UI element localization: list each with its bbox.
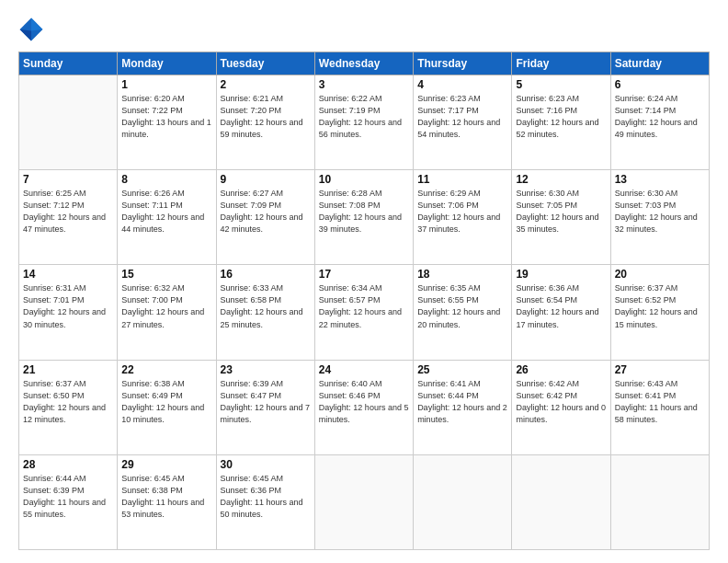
calendar-cell: 22Sunrise: 6:38 AM Sunset: 6:49 PM Dayli… bbox=[118, 360, 216, 454]
day-number: 9 bbox=[221, 173, 311, 186]
calendar-cell: 11Sunrise: 6:29 AM Sunset: 7:06 PM Dayli… bbox=[414, 170, 512, 265]
day-number: 15 bbox=[121, 268, 211, 281]
day-info: Sunrise: 6:43 AM Sunset: 6:41 PM Dayligh… bbox=[615, 378, 705, 426]
calendar-cell: 30Sunrise: 6:45 AM Sunset: 6:36 PM Dayli… bbox=[216, 454, 314, 549]
weekday-header-sunday: Sunday bbox=[19, 52, 118, 75]
day-info: Sunrise: 6:24 AM Sunset: 7:14 PM Dayligh… bbox=[615, 93, 705, 141]
calendar-cell: 5Sunrise: 6:23 AM Sunset: 7:16 PM Daylig… bbox=[512, 75, 610, 170]
day-info: Sunrise: 6:35 AM Sunset: 6:55 PM Dayligh… bbox=[417, 282, 507, 330]
page: SundayMondayTuesdayWednesdayThursdayFrid… bbox=[0, 0, 728, 563]
logo-icon bbox=[18, 17, 44, 42]
day-info: Sunrise: 6:34 AM Sunset: 6:57 PM Dayligh… bbox=[319, 282, 409, 330]
day-info: Sunrise: 6:31 AM Sunset: 7:01 PM Dayligh… bbox=[23, 282, 113, 330]
day-info: Sunrise: 6:40 AM Sunset: 6:46 PM Dayligh… bbox=[319, 378, 409, 426]
day-info: Sunrise: 6:30 AM Sunset: 7:05 PM Dayligh… bbox=[516, 188, 606, 236]
day-info: Sunrise: 6:38 AM Sunset: 6:49 PM Dayligh… bbox=[121, 378, 211, 426]
calendar-cell: 26Sunrise: 6:42 AM Sunset: 6:42 PM Dayli… bbox=[512, 360, 610, 454]
day-number: 30 bbox=[221, 458, 311, 471]
day-number: 11 bbox=[417, 173, 507, 186]
day-number: 29 bbox=[121, 458, 211, 471]
calendar-cell: 20Sunrise: 6:37 AM Sunset: 6:52 PM Dayli… bbox=[610, 265, 709, 360]
day-number: 14 bbox=[23, 268, 113, 281]
day-info: Sunrise: 6:30 AM Sunset: 7:03 PM Dayligh… bbox=[615, 188, 705, 236]
calendar-cell bbox=[19, 75, 118, 170]
calendar-cell: 1Sunrise: 6:20 AM Sunset: 7:22 PM Daylig… bbox=[118, 75, 216, 170]
svg-marker-1 bbox=[31, 18, 42, 31]
week-row-4: 21Sunrise: 6:37 AM Sunset: 6:50 PM Dayli… bbox=[19, 360, 710, 454]
day-info: Sunrise: 6:44 AM Sunset: 6:39 PM Dayligh… bbox=[23, 473, 113, 521]
calendar-cell: 17Sunrise: 6:34 AM Sunset: 6:57 PM Dayli… bbox=[314, 265, 413, 360]
day-number: 5 bbox=[516, 78, 606, 91]
logo bbox=[18, 17, 48, 42]
day-info: Sunrise: 6:32 AM Sunset: 7:00 PM Dayligh… bbox=[121, 282, 211, 330]
day-info: Sunrise: 6:45 AM Sunset: 6:38 PM Dayligh… bbox=[121, 473, 211, 521]
calendar-cell: 25Sunrise: 6:41 AM Sunset: 6:44 PM Dayli… bbox=[414, 360, 512, 454]
day-number: 25 bbox=[417, 363, 507, 376]
day-number: 27 bbox=[615, 363, 705, 376]
calendar-cell: 12Sunrise: 6:30 AM Sunset: 7:05 PM Dayli… bbox=[512, 170, 610, 265]
day-info: Sunrise: 6:45 AM Sunset: 6:36 PM Dayligh… bbox=[221, 473, 311, 521]
calendar-cell bbox=[314, 454, 413, 549]
calendar-cell: 14Sunrise: 6:31 AM Sunset: 7:01 PM Dayli… bbox=[19, 265, 118, 360]
calendar-cell bbox=[414, 454, 512, 549]
day-info: Sunrise: 6:23 AM Sunset: 7:16 PM Dayligh… bbox=[516, 93, 606, 141]
calendar-cell: 16Sunrise: 6:33 AM Sunset: 6:58 PM Dayli… bbox=[216, 265, 314, 360]
day-number: 13 bbox=[615, 173, 705, 186]
day-number: 20 bbox=[615, 268, 705, 281]
weekday-header-monday: Monday bbox=[118, 52, 216, 75]
calendar-cell: 24Sunrise: 6:40 AM Sunset: 6:46 PM Dayli… bbox=[314, 360, 413, 454]
header bbox=[18, 17, 710, 42]
weekday-header-friday: Friday bbox=[512, 52, 610, 75]
day-info: Sunrise: 6:26 AM Sunset: 7:11 PM Dayligh… bbox=[121, 188, 211, 236]
day-number: 6 bbox=[615, 78, 705, 91]
weekday-header-tuesday: Tuesday bbox=[216, 52, 314, 75]
day-number: 17 bbox=[319, 268, 409, 281]
calendar-cell: 21Sunrise: 6:37 AM Sunset: 6:50 PM Dayli… bbox=[19, 360, 118, 454]
calendar-cell: 27Sunrise: 6:43 AM Sunset: 6:41 PM Dayli… bbox=[610, 360, 709, 454]
day-number: 10 bbox=[319, 173, 409, 186]
calendar-cell: 4Sunrise: 6:23 AM Sunset: 7:17 PM Daylig… bbox=[414, 75, 512, 170]
week-row-2: 7Sunrise: 6:25 AM Sunset: 7:12 PM Daylig… bbox=[19, 170, 710, 265]
day-number: 24 bbox=[319, 363, 409, 376]
day-info: Sunrise: 6:20 AM Sunset: 7:22 PM Dayligh… bbox=[121, 93, 211, 141]
day-info: Sunrise: 6:28 AM Sunset: 7:08 PM Dayligh… bbox=[319, 188, 409, 236]
calendar-cell: 2Sunrise: 6:21 AM Sunset: 7:20 PM Daylig… bbox=[216, 75, 314, 170]
day-info: Sunrise: 6:23 AM Sunset: 7:17 PM Dayligh… bbox=[417, 93, 507, 141]
day-number: 28 bbox=[23, 458, 113, 471]
day-number: 21 bbox=[23, 363, 113, 376]
calendar-cell bbox=[610, 454, 709, 549]
svg-marker-2 bbox=[20, 29, 31, 40]
day-number: 16 bbox=[221, 268, 311, 281]
calendar-cell: 3Sunrise: 6:22 AM Sunset: 7:19 PM Daylig… bbox=[314, 75, 413, 170]
calendar-cell: 9Sunrise: 6:27 AM Sunset: 7:09 PM Daylig… bbox=[216, 170, 314, 265]
calendar-cell: 7Sunrise: 6:25 AM Sunset: 7:12 PM Daylig… bbox=[19, 170, 118, 265]
day-info: Sunrise: 6:39 AM Sunset: 6:47 PM Dayligh… bbox=[221, 378, 311, 426]
day-number: 26 bbox=[516, 363, 606, 376]
day-number: 4 bbox=[417, 78, 507, 91]
calendar-cell: 29Sunrise: 6:45 AM Sunset: 6:38 PM Dayli… bbox=[118, 454, 216, 549]
calendar-cell: 6Sunrise: 6:24 AM Sunset: 7:14 PM Daylig… bbox=[610, 75, 709, 170]
day-number: 8 bbox=[121, 173, 211, 186]
day-number: 1 bbox=[121, 78, 211, 91]
calendar-cell: 23Sunrise: 6:39 AM Sunset: 6:47 PM Dayli… bbox=[216, 360, 314, 454]
day-info: Sunrise: 6:37 AM Sunset: 6:52 PM Dayligh… bbox=[615, 282, 705, 330]
day-info: Sunrise: 6:21 AM Sunset: 7:20 PM Dayligh… bbox=[221, 93, 311, 141]
calendar-cell: 13Sunrise: 6:30 AM Sunset: 7:03 PM Dayli… bbox=[610, 170, 709, 265]
day-number: 3 bbox=[319, 78, 409, 91]
day-info: Sunrise: 6:37 AM Sunset: 6:50 PM Dayligh… bbox=[23, 378, 113, 426]
weekday-header-saturday: Saturday bbox=[610, 52, 709, 75]
week-row-3: 14Sunrise: 6:31 AM Sunset: 7:01 PM Dayli… bbox=[19, 265, 710, 360]
day-number: 22 bbox=[121, 363, 211, 376]
day-info: Sunrise: 6:25 AM Sunset: 7:12 PM Dayligh… bbox=[23, 188, 113, 236]
weekday-header-thursday: Thursday bbox=[414, 52, 512, 75]
day-number: 7 bbox=[23, 173, 113, 186]
day-info: Sunrise: 6:41 AM Sunset: 6:44 PM Dayligh… bbox=[417, 378, 507, 426]
day-info: Sunrise: 6:22 AM Sunset: 7:19 PM Dayligh… bbox=[319, 93, 409, 141]
weekday-header-wednesday: Wednesday bbox=[314, 52, 413, 75]
calendar-table: SundayMondayTuesdayWednesdayThursdayFrid… bbox=[18, 52, 710, 550]
week-row-5: 28Sunrise: 6:44 AM Sunset: 6:39 PM Dayli… bbox=[19, 454, 710, 549]
day-info: Sunrise: 6:29 AM Sunset: 7:06 PM Dayligh… bbox=[417, 188, 507, 236]
week-row-1: 1Sunrise: 6:20 AM Sunset: 7:22 PM Daylig… bbox=[19, 75, 710, 170]
day-info: Sunrise: 6:33 AM Sunset: 6:58 PM Dayligh… bbox=[221, 282, 311, 330]
day-info: Sunrise: 6:36 AM Sunset: 6:54 PM Dayligh… bbox=[516, 282, 606, 330]
